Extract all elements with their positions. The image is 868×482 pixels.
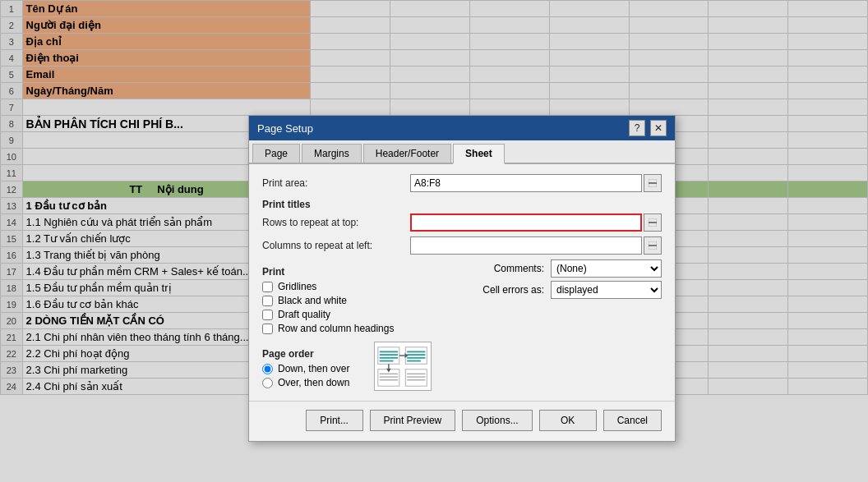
cell-errors-row: Cell errors as: displayed xyxy=(470,281,662,299)
black-white-checkbox[interactable] xyxy=(262,296,273,306)
black-white-row: Black and white xyxy=(262,295,454,306)
page-order-icon xyxy=(374,342,432,391)
cell-errors-dropdown-wrapper: displayed xyxy=(551,281,662,299)
print-titles-label: Print titles xyxy=(262,199,662,210)
cols-repeat-label: Columns to repeat at left: xyxy=(262,240,410,251)
cols-repeat-row: Columns to repeat at left: xyxy=(262,236,662,255)
over-then-down-label: Over, then down xyxy=(278,377,349,388)
ok-button[interactable]: OK xyxy=(539,410,597,431)
print-preview-button[interactable]: Print Preview xyxy=(370,410,456,431)
dialog-titlebar: Page Setup ? ✕ xyxy=(249,116,675,140)
down-then-over-radio[interactable] xyxy=(262,364,273,374)
rows-repeat-collapse-button[interactable] xyxy=(644,213,662,232)
page-order-left: Page order Down, then over Over, then do… xyxy=(262,342,349,391)
tab-sheet[interactable]: Sheet xyxy=(453,144,505,164)
rows-repeat-label: Rows to repeat at top: xyxy=(262,217,410,228)
cols-repeat-input[interactable] xyxy=(410,236,642,255)
print-button[interactable]: Print... xyxy=(306,410,363,431)
close-button[interactable]: ✕ xyxy=(650,120,667,136)
print-area-input[interactable] xyxy=(410,174,642,192)
help-button[interactable]: ? xyxy=(629,120,645,136)
over-then-down-radio[interactable] xyxy=(262,378,273,388)
row-col-headings-row: Row and column headings xyxy=(262,323,454,334)
options-button[interactable]: Options... xyxy=(462,410,532,431)
tab-margins[interactable]: Margins xyxy=(302,144,362,163)
page-order-label: Page order xyxy=(262,348,349,360)
gridlines-row: Gridlines xyxy=(262,281,454,292)
print-area-row: Print area: xyxy=(262,174,662,192)
rows-repeat-row: Rows to repeat at top: xyxy=(262,213,662,232)
comments-label: Comments: xyxy=(470,263,544,274)
dialog-title: Page Setup xyxy=(257,122,313,135)
down-then-over-label: Down, then over xyxy=(278,363,349,374)
comments-dropdown[interactable]: (None) xyxy=(551,259,662,278)
tab-header-footer[interactable]: Header/Footer xyxy=(363,144,451,163)
dialog-tabs: Page Margins Header/Footer Sheet xyxy=(249,140,675,164)
cancel-button[interactable]: Cancel xyxy=(603,410,662,431)
print-label: Print xyxy=(262,266,454,278)
draft-quality-label: Draft quality xyxy=(278,309,330,320)
cols-repeat-collapse-button[interactable] xyxy=(644,236,662,255)
page-setup-dialog: Page Setup ? ✕ Page Margins Header/Foote… xyxy=(248,115,676,442)
down-then-over-row: Down, then over xyxy=(262,363,349,374)
draft-quality-row: Draft quality xyxy=(262,309,454,320)
gridlines-checkbox[interactable] xyxy=(262,282,273,292)
tab-page[interactable]: Page xyxy=(252,144,300,163)
cell-errors-dropdown[interactable]: displayed xyxy=(551,281,662,299)
row-col-headings-checkbox[interactable] xyxy=(262,324,273,334)
over-then-down-row: Over, then down xyxy=(262,377,349,388)
comments-errors-section: Comments: (None) Cell errors as: display… xyxy=(470,259,662,337)
dialog-controls: ? ✕ xyxy=(629,120,667,136)
print-area-label: Print area: xyxy=(262,177,410,189)
comments-row: Comments: (None) xyxy=(470,259,662,278)
print-area-collapse-button[interactable] xyxy=(644,174,662,192)
page-order-section: Page order Down, then over Over, then do… xyxy=(262,342,662,391)
gridlines-label: Gridlines xyxy=(278,281,316,292)
comments-dropdown-wrapper: (None) xyxy=(551,259,662,278)
svg-rect-9 xyxy=(405,369,427,385)
cell-errors-label: Cell errors as: xyxy=(470,284,544,296)
print-section: Print Gridlines Black and white Draft qu… xyxy=(262,259,662,337)
draft-quality-checkbox[interactable] xyxy=(262,310,273,320)
dialog-body: Print area: Print titles Rows to repeat … xyxy=(249,164,675,401)
row-col-headings-label: Row and column headings xyxy=(278,323,394,334)
print-checkboxes: Print Gridlines Black and white Draft qu… xyxy=(262,259,454,337)
black-white-label: Black and white xyxy=(278,295,347,306)
dialog-footer: Print... Print Preview Options... OK Can… xyxy=(249,401,675,441)
rows-repeat-input[interactable] xyxy=(410,213,642,232)
